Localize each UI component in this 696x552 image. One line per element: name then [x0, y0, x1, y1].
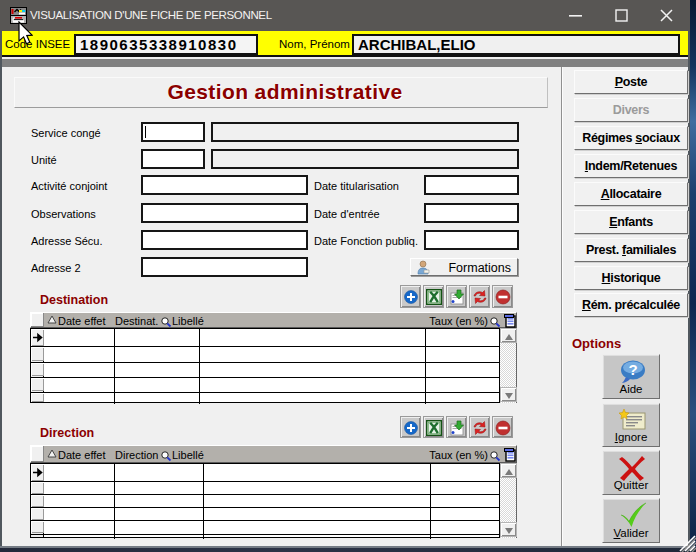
svg-text:?: ? — [628, 361, 637, 378]
